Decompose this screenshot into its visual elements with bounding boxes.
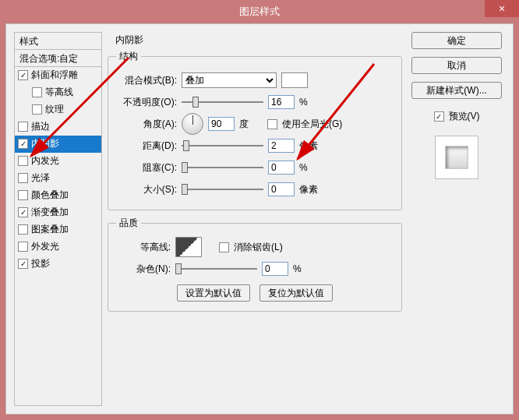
structure-fieldset: 结构 混合模式(B): 叠加 不透明度(O): % 角度(A): 度 使用全局光… <box>108 50 402 210</box>
size-slider[interactable] <box>182 184 263 195</box>
style-label: 纹理 <box>45 103 64 116</box>
style-item-5[interactable]: 内发光 <box>15 153 101 170</box>
style-checkbox[interactable] <box>18 190 28 200</box>
global-light-checkbox[interactable] <box>267 119 277 129</box>
noise-unit: % <box>293 263 316 274</box>
opacity-input[interactable] <box>268 95 295 109</box>
size-label: 大小(S): <box>116 183 177 196</box>
style-item-3[interactable]: 描边 <box>15 118 101 136</box>
style-item-1[interactable]: 等高线 <box>15 84 101 101</box>
style-checkbox[interactable] <box>18 156 28 166</box>
distance-input[interactable] <box>268 139 295 153</box>
blend-options-item[interactable]: 混合选项:自定 <box>15 50 101 67</box>
style-label: 图案叠加 <box>31 223 69 236</box>
style-item-6[interactable]: 光泽 <box>15 170 101 187</box>
distance-label: 距离(D): <box>116 139 177 153</box>
right-column: 确定 取消 新建样式(W)... 预览(V) <box>411 32 502 179</box>
titlebar: 图层样式 × <box>0 0 519 23</box>
size-input[interactable] <box>268 182 295 196</box>
preview-checkbox[interactable] <box>434 111 444 122</box>
noise-input[interactable] <box>262 262 288 276</box>
ok-button[interactable]: 确定 <box>411 32 502 49</box>
blendmode-select[interactable]: 叠加 <box>182 72 277 88</box>
style-label: 外发光 <box>31 240 59 253</box>
style-item-8[interactable]: 渐变叠加 <box>15 204 101 221</box>
style-checkbox[interactable] <box>18 242 28 252</box>
choke-unit: % <box>299 162 323 173</box>
style-label: 斜面和浮雕 <box>31 69 78 82</box>
choke-label: 阻塞(C): <box>116 161 177 175</box>
opacity-label: 不透明度(O): <box>116 96 177 109</box>
style-checkbox[interactable] <box>18 259 28 269</box>
style-label: 光泽 <box>31 171 50 185</box>
style-checkbox[interactable] <box>18 122 28 132</box>
preview-box <box>435 136 478 179</box>
angle-unit: 度 <box>239 118 263 131</box>
close-button[interactable]: × <box>485 0 519 17</box>
style-checkbox[interactable] <box>32 87 42 97</box>
preview-thumbnail <box>445 146 468 169</box>
set-default-button[interactable]: 设置为默认值 <box>177 284 250 302</box>
style-item-11[interactable]: 投影 <box>15 256 101 273</box>
panel-title: 内阴影 <box>115 34 402 47</box>
angle-label: 角度(A): <box>116 118 177 131</box>
style-checkbox[interactable] <box>18 70 28 80</box>
new-style-button[interactable]: 新建样式(W)... <box>411 82 502 99</box>
style-label: 投影 <box>31 257 50 270</box>
style-checkbox[interactable] <box>18 224 28 235</box>
quality-legend: 品质 <box>116 217 141 230</box>
opacity-slider[interactable] <box>182 97 263 108</box>
antialias-label: 消除锯齿(L) <box>234 241 283 254</box>
style-item-10[interactable]: 外发光 <box>15 238 101 256</box>
opacity-unit: % <box>299 97 323 108</box>
structure-legend: 结构 <box>116 50 141 63</box>
size-unit: 像素 <box>299 183 323 196</box>
color-swatch[interactable] <box>281 72 308 88</box>
antialias-checkbox[interactable] <box>219 242 229 252</box>
global-light-label: 使用全局光(G) <box>282 118 342 131</box>
style-checkbox[interactable] <box>18 173 28 183</box>
style-checkbox[interactable] <box>32 104 42 115</box>
cancel-button[interactable]: 取消 <box>411 57 502 74</box>
style-checkbox[interactable] <box>18 207 28 217</box>
choke-input[interactable] <box>268 161 295 175</box>
style-item-0[interactable]: 斜面和浮雕 <box>15 67 101 84</box>
dialog-body: 样式 混合选项:自定 斜面和浮雕等高线纹理描边内阴影内发光光泽颜色叠加渐变叠加图… <box>5 23 514 415</box>
choke-slider[interactable] <box>182 162 263 173</box>
quality-fieldset: 品质 等高线: 消除锯齿(L) 杂色(N): % 设置为默认值 复位为默认值 <box>108 217 402 312</box>
style-label: 等高线 <box>45 86 73 99</box>
blendmode-label: 混合模式(B): <box>116 74 177 87</box>
style-label: 内发光 <box>31 154 59 168</box>
noise-label: 杂色(N): <box>116 263 171 276</box>
preview-label: 预览(V) <box>449 110 480 123</box>
style-checkbox[interactable] <box>18 139 28 149</box>
angle-dial[interactable] <box>182 113 203 135</box>
settings-panel: 内阴影 结构 混合模式(B): 叠加 不透明度(O): % 角度(A): 度 使 <box>108 32 402 318</box>
styles-panel: 样式 混合选项:自定 斜面和浮雕等高线纹理描边内阴影内发光光泽颜色叠加渐变叠加图… <box>14 32 102 406</box>
style-item-7[interactable]: 颜色叠加 <box>15 187 101 204</box>
contour-picker[interactable] <box>175 237 202 257</box>
window-title: 图层样式 <box>239 5 280 19</box>
noise-slider[interactable] <box>175 263 257 274</box>
style-item-9[interactable]: 图案叠加 <box>15 221 101 238</box>
style-label: 颜色叠加 <box>31 189 69 202</box>
distance-slider[interactable] <box>182 140 263 151</box>
distance-unit: 像素 <box>299 139 323 153</box>
style-label: 内阴影 <box>31 137 59 150</box>
contour-label: 等高线: <box>116 241 171 254</box>
style-label: 渐变叠加 <box>31 206 69 219</box>
styles-header: 样式 <box>15 33 101 50</box>
style-item-4[interactable]: 内阴影 <box>15 136 101 153</box>
style-label: 描边 <box>31 120 50 133</box>
reset-default-button[interactable]: 复位为默认值 <box>260 284 333 302</box>
angle-input[interactable] <box>208 117 235 131</box>
style-item-2[interactable]: 纹理 <box>15 101 101 118</box>
